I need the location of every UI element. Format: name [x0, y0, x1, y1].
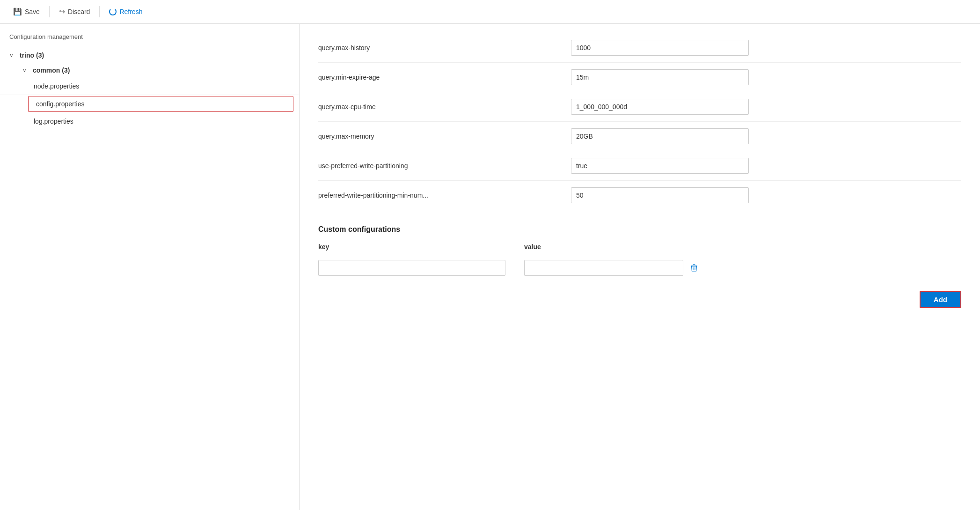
save-label: Save	[25, 8, 40, 15]
config-row-query-max-history: query.max-history	[318, 33, 961, 63]
config-label-query-max-memory: query.max-memory	[318, 133, 552, 140]
toolbar: 💾 Save ↩ Discard Refresh	[0, 0, 980, 24]
trash-icon	[690, 264, 698, 272]
config-label-query-max-history: query.max-history	[318, 44, 552, 52]
value-column-label: value	[524, 243, 541, 251]
config-input-use-preferred-write-partitioning[interactable]	[571, 158, 749, 174]
tree-root-label: trino (3)	[20, 52, 44, 59]
config-input-query-max-cpu-time[interactable]	[571, 99, 749, 115]
custom-key-input-0[interactable]	[318, 260, 505, 276]
sidebar-item-config-properties[interactable]: config.properties	[28, 96, 293, 112]
sidebar-item-log-properties[interactable]: log.properties	[0, 113, 299, 130]
leaf-label: node.properties	[34, 82, 79, 90]
custom-config-area: key value	[318, 243, 961, 318]
delete-row-button-0[interactable]	[688, 262, 700, 274]
custom-row-0	[318, 256, 961, 280]
config-input-query-max-memory[interactable]	[571, 128, 749, 144]
config-row-preferred-write-partitioning-min-num: preferred-write-partitioning-min-num...	[318, 181, 961, 210]
leaf-label: config.properties	[36, 100, 85, 108]
config-row-query-max-cpu-time: query.max-cpu-time	[318, 92, 961, 122]
config-row-use-preferred-write-partitioning: use-preferred-write-partitioning	[318, 151, 961, 181]
config-label-preferred-write-partitioning-min-num: preferred-write-partitioning-min-num...	[318, 192, 552, 199]
custom-value-input-0[interactable]	[524, 260, 683, 276]
add-button[interactable]: Add	[920, 291, 961, 308]
config-row-query-min-expire-age: query.min-expire-age	[318, 63, 961, 92]
toolbar-divider-2	[99, 6, 100, 17]
add-btn-row: Add	[318, 291, 961, 318]
config-label-query-min-expire-age: query.min-expire-age	[318, 74, 552, 81]
sidebar-title: Configuration management	[0, 31, 299, 48]
sidebar-item-node-properties[interactable]: node.properties	[0, 78, 299, 95]
save-icon: 💾	[13, 7, 22, 16]
refresh-label: Refresh	[119, 8, 142, 15]
tree-sub-common[interactable]: ∨ common (3)	[0, 63, 299, 78]
main-area: Configuration management ∨ trino (3) ∨ c…	[0, 24, 980, 510]
custom-rows	[318, 256, 961, 280]
discard-button[interactable]: ↩ Discard	[55, 6, 94, 18]
sidebar: Configuration management ∨ trino (3) ∨ c…	[0, 24, 300, 510]
discard-label: Discard	[68, 8, 90, 15]
config-rows: query.max-history query.min-expire-age q…	[318, 33, 961, 210]
config-input-query-min-expire-age[interactable]	[571, 69, 749, 85]
right-panel: query.max-history query.min-expire-age q…	[300, 24, 980, 510]
leaf-label: log.properties	[34, 118, 73, 125]
chevron-down-icon: ∨	[9, 52, 16, 59]
svg-rect-1	[693, 265, 695, 266]
config-label-use-preferred-write-partitioning: use-preferred-write-partitioning	[318, 162, 552, 170]
config-label-query-max-cpu-time: query.max-cpu-time	[318, 103, 552, 111]
tree-sub-label: common (3)	[33, 67, 70, 74]
toolbar-divider-1	[49, 6, 50, 17]
config-row-query-max-memory: query.max-memory	[318, 122, 961, 151]
key-column-label: key	[318, 243, 329, 251]
tree-root-trino[interactable]: ∨ trino (3)	[0, 48, 299, 63]
chevron-down-icon-2: ∨	[22, 67, 29, 74]
config-input-query-max-history[interactable]	[571, 40, 749, 56]
custom-configurations-title: Custom configurations	[318, 225, 961, 234]
custom-config-header: key value	[318, 243, 961, 256]
refresh-icon	[109, 8, 117, 15]
discard-icon: ↩	[59, 7, 65, 16]
refresh-button[interactable]: Refresh	[105, 6, 146, 17]
config-input-preferred-write-partitioning-min-num[interactable]	[571, 187, 749, 203]
save-button[interactable]: 💾 Save	[9, 6, 44, 18]
